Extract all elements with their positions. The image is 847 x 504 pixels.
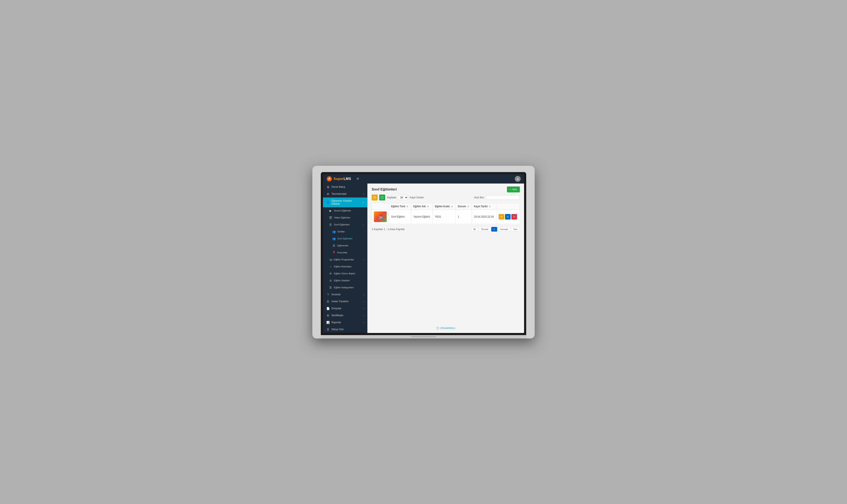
arrow2-icon: ›	[363, 258, 364, 261]
sidebar-item-sinif-group[interactable]: ☰ Sınıf Eğitimleri ⌄	[323, 221, 367, 228]
return-icon: ☰	[326, 328, 330, 331]
users-icon: 👥	[332, 230, 336, 233]
arrow5-icon: ›	[363, 307, 364, 310]
sidebar-item-tanimlamalar[interactable]: ⚙ Tanımlamalar ›	[323, 191, 367, 198]
grid-icon: ⊞	[326, 185, 330, 188]
table-row: 📚 Sınıf Eğitimi Yazılım Eğitimi YE01 1 2…	[372, 210, 520, 224]
row-thumb: 📚	[372, 210, 389, 224]
sidebar-item-egitmenler[interactable]: ☰ Eğitmenler	[323, 242, 367, 249]
edit-button[interactable]: ✏	[499, 214, 504, 219]
person-icon: 👤	[326, 201, 330, 204]
list2-icon: ☰	[329, 286, 332, 289]
sidebar-item-sertifikalar[interactable]: ⚙ Sertifikalar ›	[323, 312, 367, 319]
sidebar-item-egitim-istekleri[interactable]: ⊙ Eğitim İstekleri	[323, 277, 367, 284]
row-egitim-adi: Yazılım Eğitimi	[411, 210, 433, 224]
expand-sub-icon: ⌄	[362, 223, 364, 226]
user-avatar[interactable]	[515, 176, 521, 182]
pagination-onceki[interactable]: Önceki	[479, 227, 491, 232]
circle-icon: ⊙	[329, 279, 332, 282]
row-actions: ✏ ⊡ ✕	[497, 210, 520, 224]
arrow-icon: ›	[363, 193, 364, 195]
col-thumb	[372, 203, 389, 210]
course-thumbnail: 📚	[374, 212, 387, 222]
sidebar-item-raporlar[interactable]: 📊 Raporlar ›	[323, 319, 367, 326]
sidebar-item-dosyalar[interactable]: 📄 Dosyalar ›	[323, 305, 367, 312]
data-table: Eğitim Türü ⇅ Eğitim Adı ⇅ Eğitim Kodu	[372, 203, 520, 224]
arrows-icon: ◁▷	[329, 258, 332, 261]
pagination-1[interactable]: 1	[491, 227, 497, 232]
col-egitim-kodu[interactable]: Eğitim Kodu ⇅	[433, 203, 456, 210]
sidebar-item-egitim-gorev[interactable]: ⟳ Eğitim Görev İlişkisi	[323, 270, 367, 277]
row-egitim-kodu: YE01	[433, 210, 456, 224]
col-kayit-tarihi[interactable]: Kayıt Tarihi ⇅	[472, 203, 497, 210]
content-header: Sınıf Eğitimleri + Yeni	[367, 183, 524, 195]
users2-icon: 👥	[332, 237, 336, 240]
content-area: Sınıf Eğitimleri + Yeni Sayfada	[367, 183, 524, 333]
sidebar-item-ogrenme-yonetim[interactable]: 👤 Öğrenme Yönetim Sistemi ⌄	[323, 198, 367, 207]
sidebar-item-sinavlar[interactable]: ? Sınavlar ›	[323, 291, 367, 298]
row-durum: 1	[456, 210, 472, 224]
pagination-area: 1 Kayıttan 1 - 1 Arası Kayıtlar İlk Önce…	[372, 227, 520, 232]
view-button[interactable]: ⊡	[505, 214, 511, 219]
hizli-bul-label: Hızlı Bul:	[474, 196, 484, 199]
pagination-info: 1 Kayıttan 1 - 1 Arası Kayıtlar	[372, 228, 405, 231]
expand-icon: ⌄	[362, 201, 364, 203]
col-durum[interactable]: Durum ⇅	[456, 203, 472, 210]
cert-icon: ⚙	[326, 314, 330, 317]
row-egitim-turu: Sınıf Eğitimi	[389, 210, 411, 224]
col-egitim-adi[interactable]: Eğitim Adı ⇅	[411, 203, 433, 210]
export-pdf-button[interactable]	[372, 195, 377, 200]
new-button[interactable]: + Yeni	[507, 186, 520, 193]
sidebar-item-scorm[interactable]: ▶ Scorm Eğitimler	[323, 207, 367, 214]
arrow7-icon: ›	[363, 321, 364, 324]
content-body: Sayfada 10 25 50 Kayıt Göster Hızlı Bul:	[367, 195, 524, 323]
question-icon: ?	[326, 293, 330, 296]
sidebar-item-egitim-atamalari[interactable]: ↔ Eğitim Atamaları	[323, 263, 367, 270]
svg-point-1	[517, 178, 518, 179]
delete-button[interactable]: ✕	[511, 214, 517, 219]
sidebar-item-egitim-programlari[interactable]: ◁▷ Eğitim Programları ›	[323, 256, 367, 263]
play-icon: ▶	[329, 209, 332, 212]
page-size-select[interactable]: 10 25 50	[398, 195, 408, 200]
pagination-buttons: İlk Önceki 1 Sonraki Son	[471, 227, 520, 232]
sidebar-item-anket[interactable]: ☰ Anket Yönetimi ›	[323, 298, 367, 305]
col-actions	[497, 203, 520, 210]
pagination-son[interactable]: Son	[511, 227, 520, 232]
file-icon: 📄	[326, 307, 330, 310]
sidebar-item-siteye-don[interactable]: ☰ Siteye Dön	[323, 326, 367, 333]
sort-arrow-4: ⇅	[467, 205, 469, 208]
sort-arrow-5: ⇅	[489, 205, 491, 208]
sync-icon: ⟳	[329, 272, 332, 275]
svg-point-3	[437, 327, 439, 329]
sort-arrow-3: ⇅	[451, 205, 453, 208]
gear-icon: ⚙	[326, 193, 330, 196]
pagination-ilk[interactable]: İlk	[471, 227, 478, 232]
kayit-goster-label: Kayıt Göster	[410, 196, 424, 199]
pagination-sonraki[interactable]: Sonraki	[498, 227, 510, 232]
logo-text: SuperLMS	[334, 177, 351, 181]
sort-arrow-1: ⇅	[407, 205, 408, 208]
export-excel-button[interactable]	[379, 195, 385, 200]
sidebar-item-egitim-kategorileri[interactable]: ☰ Eğitim Kategorileri	[323, 284, 367, 291]
hamburger-icon[interactable]: ≡	[357, 177, 359, 181]
sayfada-label: Sayfada	[387, 196, 396, 199]
col-egitim-turu[interactable]: Eğitim Türü ⇅	[389, 203, 411, 210]
sidebar-item-sinif-egitimleri[interactable]: 👥 Sınıf Eğitimleri	[323, 235, 367, 242]
table-controls: Sayfada 10 25 50 Kayıt Göster Hızlı Bul:	[372, 195, 520, 200]
footer-brand: CREAMOBILE	[367, 323, 524, 333]
action-buttons: ✏ ⊡ ✕	[499, 214, 517, 219]
menu-icon: ☰	[332, 244, 336, 247]
sort-arrow-2: ⇅	[427, 205, 429, 208]
search-input[interactable]	[486, 195, 520, 200]
sidebar: ⊞ Genel Bakış ⚙ Tanımlamalar › 👤 Öğrenme…	[323, 183, 367, 333]
list-icon: ☰	[329, 223, 332, 226]
sidebar-item-video[interactable]: 🎬 Video Eğitimler	[323, 214, 367, 221]
page-title: Sınıf Eğitimleri	[372, 187, 397, 192]
sidebar-item-konumlar[interactable]: 📍 Konumlar	[323, 249, 367, 256]
arrow3-icon: ›	[363, 293, 364, 296]
sidebar-item-siniflar[interactable]: 👥 Sınıflar	[323, 228, 367, 235]
row-kayit-tarihi: 29.04.2020 22:34	[472, 210, 497, 224]
sidebar-item-genel-bakis[interactable]: ⊞ Genel Bakış	[323, 183, 367, 191]
survey-icon: ☰	[326, 300, 330, 303]
swap-icon: ↔	[329, 265, 332, 268]
